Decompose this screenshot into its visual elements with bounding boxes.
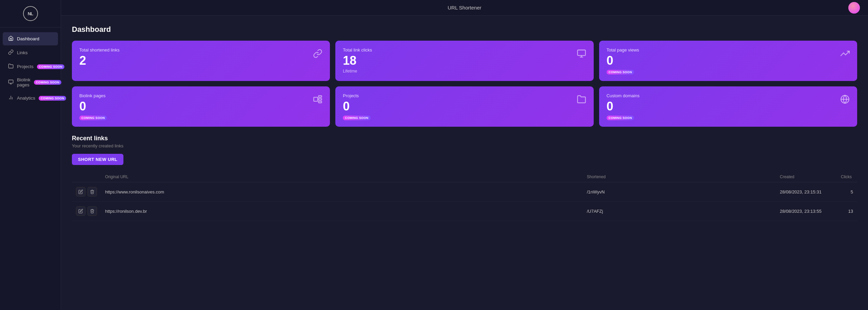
- sidebar-item-label: Dashboard: [17, 36, 39, 41]
- avatar-image: [848, 2, 860, 14]
- clicks-cell: 13: [837, 202, 857, 221]
- stat-card-value: 0: [343, 100, 370, 112]
- link-icon: [8, 49, 14, 56]
- sidebar: NL Dashboard Links: [0, 0, 61, 310]
- original-url-cell: https://ronilson.dev.br: [101, 202, 583, 221]
- edit-button[interactable]: [76, 206, 85, 216]
- stat-card-left: Total link clicks 18 Lifetime: [343, 47, 372, 74]
- stat-card-left: Custom domains 0 COMING SOON: [607, 93, 640, 120]
- sidebar-item-label: Projects: [17, 64, 34, 69]
- th-shortened: Shortened: [583, 172, 776, 182]
- shortened-url-cell: /U7AFZj: [583, 202, 776, 221]
- sidebar-nav: Dashboard Links Projects Coming soon: [0, 27, 61, 310]
- stat-card-value: 0: [607, 55, 639, 67]
- trending-stat-icon: [840, 49, 850, 59]
- recent-links-subtitle: Your recently created links: [72, 143, 857, 148]
- stat-card-label: Total page views: [607, 47, 639, 53]
- stat-cards-row-1: Total shortened links 2 Total link click…: [72, 41, 857, 81]
- stat-card-left: Projects 0 COMING SOON: [343, 93, 370, 120]
- projects-coming-soon-badge-card: COMING SOON: [343, 116, 370, 120]
- sidebar-item-analytics[interactable]: Analytics Coming soon: [3, 91, 58, 105]
- stat-card-custom-domains: Custom domains 0 COMING SOON: [599, 86, 857, 127]
- created-cell: 28/08/2023, 23:13:55: [776, 202, 837, 221]
- recent-links-title: Recent links: [72, 135, 857, 142]
- svg-rect-11: [319, 99, 322, 100]
- stat-card-left: Total shortened links 2: [79, 47, 120, 69]
- stat-card-link-clicks: Total link clicks 18 Lifetime: [335, 41, 593, 81]
- biolink-coming-soon-badge: Coming soon: [34, 80, 61, 85]
- row-actions: [72, 202, 101, 221]
- stat-card-shortened-links: Total shortened links 2: [72, 41, 330, 81]
- sidebar-item-projects[interactable]: Projects Coming soon: [3, 60, 58, 73]
- row-actions: [72, 182, 101, 202]
- pages-icon: [8, 79, 14, 86]
- stat-card-label: Total shortened links: [79, 47, 120, 53]
- stat-card-value: 0: [79, 100, 107, 112]
- edit-button[interactable]: [76, 187, 85, 197]
- table-row: https://www.ronilsonaives.com /1nWyvN 28…: [72, 182, 857, 202]
- svg-rect-6: [577, 50, 585, 56]
- custom-domains-coming-soon-badge: COMING SOON: [607, 116, 634, 120]
- created-cell: 28/08/2023, 23:15:31: [776, 182, 837, 202]
- links-table: Original URL Shortened Created Clicks: [72, 172, 857, 221]
- short-new-url-button[interactable]: SHORT NEW URL: [72, 154, 123, 165]
- chart-icon: [8, 95, 14, 101]
- stat-card-value: 0: [607, 100, 640, 112]
- stat-cards-row-2: Biolink pages 0 COMING SOON Projects: [72, 86, 857, 127]
- sidebar-item-dashboard[interactable]: Dashboard: [3, 32, 58, 45]
- main-content: URL Shortener Dashboard Total shortened …: [61, 0, 868, 310]
- th-created: Created: [776, 172, 837, 182]
- recent-links-section: Recent links Your recently created links…: [72, 135, 857, 221]
- link-stat-icon: [313, 49, 322, 59]
- stat-card-biolink-pages: Biolink pages 0 COMING SOON: [72, 86, 330, 127]
- globe-stat-icon: [840, 95, 850, 105]
- logo-icon: NL: [23, 6, 38, 21]
- sidebar-item-biolink-pages[interactable]: Biolink pages Coming soon: [3, 74, 58, 91]
- delete-button[interactable]: [87, 187, 97, 197]
- projects-coming-soon-badge: Coming soon: [37, 64, 64, 69]
- sidebar-item-label: Analytics: [17, 96, 35, 101]
- stat-card-label: Biolink pages: [79, 93, 107, 98]
- page-content: Dashboard Total shortened links 2: [61, 16, 868, 310]
- sidebar-item-label: Biolink pages: [17, 77, 31, 87]
- stat-card-left: Total page views 0 COMING SOON: [607, 47, 639, 74]
- biolink-stat-icon: [313, 95, 322, 105]
- home-icon: [8, 36, 14, 42]
- shortened-url-cell: /1nWyvN: [583, 182, 776, 202]
- th-original-url: Original URL: [101, 172, 583, 182]
- user-avatar[interactable]: [848, 2, 860, 14]
- stat-card-value: 18: [343, 55, 372, 67]
- svg-rect-12: [319, 101, 322, 103]
- stat-card-sub: Lifetime: [343, 69, 372, 74]
- stat-card-label: Projects: [343, 93, 370, 98]
- folder-stat-icon: [577, 95, 586, 105]
- sidebar-item-links[interactable]: Links: [3, 46, 58, 59]
- page-views-coming-soon-badge: COMING SOON: [607, 70, 634, 75]
- svg-rect-10: [319, 96, 322, 98]
- stat-card-label: Total link clicks: [343, 47, 372, 53]
- biolink-pages-coming-soon-badge: COMING SOON: [79, 116, 107, 120]
- th-actions: [72, 172, 101, 182]
- clicks-cell: 5: [837, 182, 857, 202]
- stat-card-projects: Projects 0 COMING SOON: [335, 86, 593, 127]
- sidebar-item-label: Links: [17, 50, 28, 55]
- stat-card-page-views: Total page views 0 COMING SOON: [599, 41, 857, 81]
- stat-card-left: Biolink pages 0 COMING SOON: [79, 93, 107, 120]
- delete-button[interactable]: [87, 206, 97, 216]
- folder-icon: [8, 63, 14, 70]
- original-url-cell: https://www.ronilsonaives.com: [101, 182, 583, 202]
- sidebar-logo: NL: [0, 0, 61, 27]
- stat-card-label: Custom domains: [607, 93, 640, 98]
- stat-card-value: 2: [79, 55, 120, 67]
- table-row: https://ronilson.dev.br /U7AFZj 28/08/20…: [72, 202, 857, 221]
- app-title: URL Shortener: [448, 5, 481, 11]
- topbar: URL Shortener: [61, 0, 868, 16]
- svg-rect-9: [314, 97, 318, 101]
- th-clicks: Clicks: [837, 172, 857, 182]
- clicks-stat-icon: [577, 49, 586, 59]
- page-title: Dashboard: [72, 25, 857, 34]
- svg-rect-0: [8, 80, 13, 83]
